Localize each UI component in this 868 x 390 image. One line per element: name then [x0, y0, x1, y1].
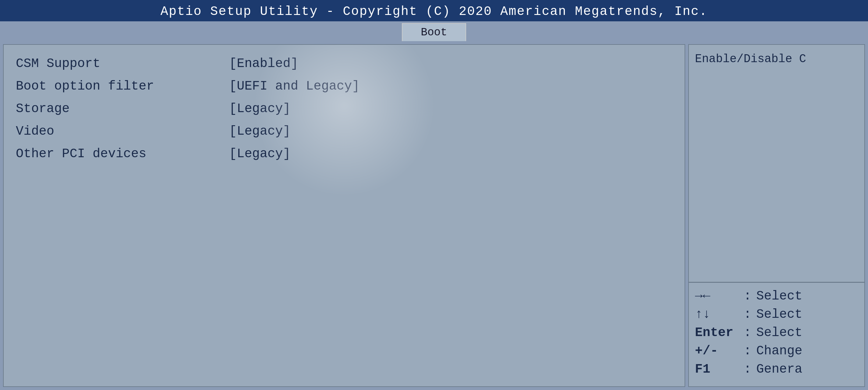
key-enter-icon: Enter [695, 325, 744, 340]
other-pci-value: [Legacy] [229, 147, 291, 161]
key-desc-1: Select [756, 307, 802, 322]
other-pci-label: Other PCI devices [16, 147, 229, 161]
colon-2: : [744, 325, 751, 340]
key-desc-2: Select [756, 325, 802, 340]
video-value: [Legacy] [229, 124, 291, 139]
list-item: F1 : Genera [695, 362, 858, 377]
right-panel-description: Enable/Disable C [689, 45, 864, 283]
list-item: +/- : Change [695, 344, 858, 358]
key-desc-3: Change [756, 344, 802, 358]
tab-bar: Boot [0, 21, 868, 41]
key-plus-minus-icon: +/- [695, 344, 744, 358]
key-up-down-icon: ↑↓ [695, 307, 744, 322]
colon-3: : [744, 344, 751, 358]
main-content: CSM Support [Enabled] Boot option filter… [0, 41, 868, 390]
colon-4: : [744, 362, 751, 377]
colon-1: : [744, 307, 751, 322]
table-row[interactable]: Other PCI devices [Legacy] [16, 144, 673, 163]
key-left-right-icon: →← [695, 289, 744, 303]
list-item: Enter : Select [695, 325, 858, 340]
key-f1-icon: F1 [695, 362, 744, 377]
table-row[interactable]: CSM Support [Enabled] [16, 54, 673, 73]
colon-0: : [744, 289, 751, 303]
key-help-section: →← : Select ↑↓ : Select Enter : Select +… [689, 283, 864, 386]
storage-value: [Legacy] [229, 101, 291, 116]
storage-label: Storage [16, 101, 229, 116]
title-bar: Aptio Setup Utility - Copyright (C) 2020… [0, 0, 868, 21]
list-item: ↑↓ : Select [695, 307, 858, 322]
key-desc-4: Genera [756, 362, 802, 377]
settings-table: CSM Support [Enabled] Boot option filter… [16, 54, 673, 163]
right-panel: Enable/Disable C →← : Select ↑↓ : Select… [688, 44, 865, 387]
boot-tab[interactable]: Boot [402, 23, 466, 41]
table-row[interactable]: Storage [Legacy] [16, 99, 673, 119]
description-text: Enable/Disable C [695, 52, 806, 65]
table-row[interactable]: Boot option filter [UEFI and Legacy] [16, 77, 673, 96]
boot-option-filter-label: Boot option filter [16, 79, 229, 93]
boot-option-filter-value: [UEFI and Legacy] [229, 79, 360, 93]
key-desc-0: Select [756, 289, 802, 303]
video-label: Video [16, 124, 229, 139]
csm-support-value: [Enabled] [229, 56, 298, 71]
list-item: →← : Select [695, 289, 858, 303]
table-row[interactable]: Video [Legacy] [16, 122, 673, 141]
boot-tab-label: Boot [421, 26, 447, 39]
csm-support-label: CSM Support [16, 56, 229, 71]
title-text: Aptio Setup Utility - Copyright (C) 2020… [161, 4, 707, 19]
bios-screen: Aptio Setup Utility - Copyright (C) 2020… [0, 0, 868, 390]
left-panel: CSM Support [Enabled] Boot option filter… [3, 44, 685, 387]
